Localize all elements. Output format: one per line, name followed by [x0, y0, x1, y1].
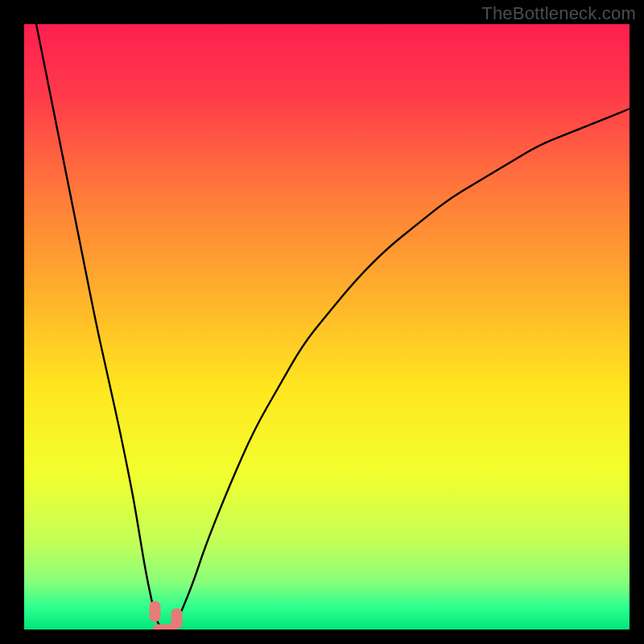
- left-marker: [149, 601, 160, 621]
- chart-frame: TheBottleneck.com: [0, 0, 644, 644]
- plot-area: [24, 24, 630, 630]
- bottleneck-chart: [24, 24, 630, 630]
- gradient-background: [24, 24, 630, 630]
- watermark-text: TheBottleneck.com: [481, 3, 636, 24]
- bottom-marker: [152, 625, 176, 630]
